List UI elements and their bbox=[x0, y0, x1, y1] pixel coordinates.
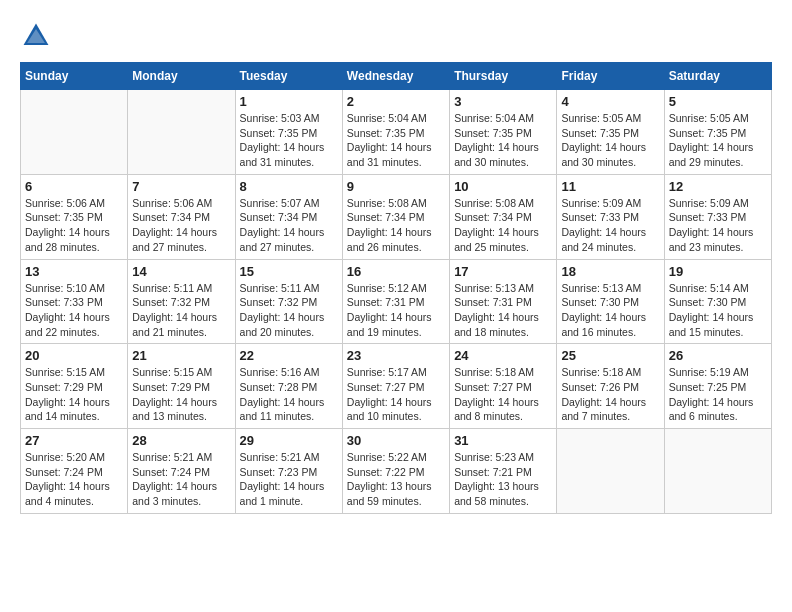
logo-icon bbox=[20, 20, 52, 52]
day-number: 18 bbox=[561, 264, 659, 279]
day-number: 13 bbox=[25, 264, 123, 279]
calendar-cell: 5Sunrise: 5:05 AMSunset: 7:35 PMDaylight… bbox=[664, 90, 771, 175]
calendar-week-row: 6Sunrise: 5:06 AMSunset: 7:35 PMDaylight… bbox=[21, 174, 772, 259]
calendar-cell: 7Sunrise: 5:06 AMSunset: 7:34 PMDaylight… bbox=[128, 174, 235, 259]
day-info: Sunrise: 5:12 AMSunset: 7:31 PMDaylight:… bbox=[347, 281, 445, 340]
day-header-friday: Friday bbox=[557, 63, 664, 90]
day-number: 1 bbox=[240, 94, 338, 109]
calendar-cell: 10Sunrise: 5:08 AMSunset: 7:34 PMDayligh… bbox=[450, 174, 557, 259]
day-number: 26 bbox=[669, 348, 767, 363]
day-number: 28 bbox=[132, 433, 230, 448]
day-info: Sunrise: 5:11 AMSunset: 7:32 PMDaylight:… bbox=[240, 281, 338, 340]
day-number: 23 bbox=[347, 348, 445, 363]
day-number: 5 bbox=[669, 94, 767, 109]
calendar-cell: 17Sunrise: 5:13 AMSunset: 7:31 PMDayligh… bbox=[450, 259, 557, 344]
day-number: 7 bbox=[132, 179, 230, 194]
day-header-wednesday: Wednesday bbox=[342, 63, 449, 90]
day-info: Sunrise: 5:13 AMSunset: 7:31 PMDaylight:… bbox=[454, 281, 552, 340]
day-info: Sunrise: 5:09 AMSunset: 7:33 PMDaylight:… bbox=[561, 196, 659, 255]
day-info: Sunrise: 5:08 AMSunset: 7:34 PMDaylight:… bbox=[454, 196, 552, 255]
day-number: 6 bbox=[25, 179, 123, 194]
day-info: Sunrise: 5:22 AMSunset: 7:22 PMDaylight:… bbox=[347, 450, 445, 509]
logo bbox=[20, 20, 56, 52]
day-number: 4 bbox=[561, 94, 659, 109]
calendar-cell: 31Sunrise: 5:23 AMSunset: 7:21 PMDayligh… bbox=[450, 429, 557, 514]
day-number: 29 bbox=[240, 433, 338, 448]
day-info: Sunrise: 5:06 AMSunset: 7:35 PMDaylight:… bbox=[25, 196, 123, 255]
day-info: Sunrise: 5:05 AMSunset: 7:35 PMDaylight:… bbox=[669, 111, 767, 170]
day-number: 3 bbox=[454, 94, 552, 109]
day-number: 16 bbox=[347, 264, 445, 279]
day-info: Sunrise: 5:13 AMSunset: 7:30 PMDaylight:… bbox=[561, 281, 659, 340]
calendar-cell: 4Sunrise: 5:05 AMSunset: 7:35 PMDaylight… bbox=[557, 90, 664, 175]
calendar-cell: 26Sunrise: 5:19 AMSunset: 7:25 PMDayligh… bbox=[664, 344, 771, 429]
day-info: Sunrise: 5:08 AMSunset: 7:34 PMDaylight:… bbox=[347, 196, 445, 255]
calendar-cell: 27Sunrise: 5:20 AMSunset: 7:24 PMDayligh… bbox=[21, 429, 128, 514]
day-number: 22 bbox=[240, 348, 338, 363]
calendar-week-row: 27Sunrise: 5:20 AMSunset: 7:24 PMDayligh… bbox=[21, 429, 772, 514]
calendar-header-row: SundayMondayTuesdayWednesdayThursdayFrid… bbox=[21, 63, 772, 90]
day-header-saturday: Saturday bbox=[664, 63, 771, 90]
day-info: Sunrise: 5:09 AMSunset: 7:33 PMDaylight:… bbox=[669, 196, 767, 255]
day-info: Sunrise: 5:14 AMSunset: 7:30 PMDaylight:… bbox=[669, 281, 767, 340]
calendar-cell: 25Sunrise: 5:18 AMSunset: 7:26 PMDayligh… bbox=[557, 344, 664, 429]
day-info: Sunrise: 5:21 AMSunset: 7:23 PMDaylight:… bbox=[240, 450, 338, 509]
day-info: Sunrise: 5:17 AMSunset: 7:27 PMDaylight:… bbox=[347, 365, 445, 424]
calendar-cell: 9Sunrise: 5:08 AMSunset: 7:34 PMDaylight… bbox=[342, 174, 449, 259]
calendar-cell: 24Sunrise: 5:18 AMSunset: 7:27 PMDayligh… bbox=[450, 344, 557, 429]
calendar-cell: 16Sunrise: 5:12 AMSunset: 7:31 PMDayligh… bbox=[342, 259, 449, 344]
calendar-cell: 1Sunrise: 5:03 AMSunset: 7:35 PMDaylight… bbox=[235, 90, 342, 175]
day-info: Sunrise: 5:03 AMSunset: 7:35 PMDaylight:… bbox=[240, 111, 338, 170]
calendar-cell: 2Sunrise: 5:04 AMSunset: 7:35 PMDaylight… bbox=[342, 90, 449, 175]
day-number: 8 bbox=[240, 179, 338, 194]
page-header bbox=[20, 20, 772, 52]
day-number: 15 bbox=[240, 264, 338, 279]
calendar-cell: 6Sunrise: 5:06 AMSunset: 7:35 PMDaylight… bbox=[21, 174, 128, 259]
day-info: Sunrise: 5:07 AMSunset: 7:34 PMDaylight:… bbox=[240, 196, 338, 255]
day-info: Sunrise: 5:21 AMSunset: 7:24 PMDaylight:… bbox=[132, 450, 230, 509]
calendar-cell: 29Sunrise: 5:21 AMSunset: 7:23 PMDayligh… bbox=[235, 429, 342, 514]
calendar-cell bbox=[664, 429, 771, 514]
day-info: Sunrise: 5:04 AMSunset: 7:35 PMDaylight:… bbox=[347, 111, 445, 170]
day-number: 30 bbox=[347, 433, 445, 448]
day-info: Sunrise: 5:16 AMSunset: 7:28 PMDaylight:… bbox=[240, 365, 338, 424]
day-header-monday: Monday bbox=[128, 63, 235, 90]
calendar-table: SundayMondayTuesdayWednesdayThursdayFrid… bbox=[20, 62, 772, 514]
calendar-cell: 19Sunrise: 5:14 AMSunset: 7:30 PMDayligh… bbox=[664, 259, 771, 344]
day-info: Sunrise: 5:04 AMSunset: 7:35 PMDaylight:… bbox=[454, 111, 552, 170]
calendar-cell bbox=[21, 90, 128, 175]
calendar-cell: 3Sunrise: 5:04 AMSunset: 7:35 PMDaylight… bbox=[450, 90, 557, 175]
day-info: Sunrise: 5:20 AMSunset: 7:24 PMDaylight:… bbox=[25, 450, 123, 509]
calendar-cell: 18Sunrise: 5:13 AMSunset: 7:30 PMDayligh… bbox=[557, 259, 664, 344]
day-info: Sunrise: 5:18 AMSunset: 7:27 PMDaylight:… bbox=[454, 365, 552, 424]
calendar-cell: 13Sunrise: 5:10 AMSunset: 7:33 PMDayligh… bbox=[21, 259, 128, 344]
calendar-week-row: 1Sunrise: 5:03 AMSunset: 7:35 PMDaylight… bbox=[21, 90, 772, 175]
calendar-cell: 23Sunrise: 5:17 AMSunset: 7:27 PMDayligh… bbox=[342, 344, 449, 429]
day-number: 12 bbox=[669, 179, 767, 194]
day-header-thursday: Thursday bbox=[450, 63, 557, 90]
day-info: Sunrise: 5:05 AMSunset: 7:35 PMDaylight:… bbox=[561, 111, 659, 170]
calendar-cell bbox=[128, 90, 235, 175]
day-number: 2 bbox=[347, 94, 445, 109]
calendar-cell: 15Sunrise: 5:11 AMSunset: 7:32 PMDayligh… bbox=[235, 259, 342, 344]
calendar-cell: 21Sunrise: 5:15 AMSunset: 7:29 PMDayligh… bbox=[128, 344, 235, 429]
calendar-cell: 28Sunrise: 5:21 AMSunset: 7:24 PMDayligh… bbox=[128, 429, 235, 514]
calendar-cell: 20Sunrise: 5:15 AMSunset: 7:29 PMDayligh… bbox=[21, 344, 128, 429]
calendar-cell: 22Sunrise: 5:16 AMSunset: 7:28 PMDayligh… bbox=[235, 344, 342, 429]
day-info: Sunrise: 5:06 AMSunset: 7:34 PMDaylight:… bbox=[132, 196, 230, 255]
calendar-cell: 14Sunrise: 5:11 AMSunset: 7:32 PMDayligh… bbox=[128, 259, 235, 344]
day-number: 17 bbox=[454, 264, 552, 279]
day-number: 10 bbox=[454, 179, 552, 194]
day-info: Sunrise: 5:11 AMSunset: 7:32 PMDaylight:… bbox=[132, 281, 230, 340]
day-number: 14 bbox=[132, 264, 230, 279]
day-info: Sunrise: 5:15 AMSunset: 7:29 PMDaylight:… bbox=[25, 365, 123, 424]
calendar-cell: 30Sunrise: 5:22 AMSunset: 7:22 PMDayligh… bbox=[342, 429, 449, 514]
day-number: 19 bbox=[669, 264, 767, 279]
day-info: Sunrise: 5:19 AMSunset: 7:25 PMDaylight:… bbox=[669, 365, 767, 424]
day-number: 27 bbox=[25, 433, 123, 448]
calendar-cell: 12Sunrise: 5:09 AMSunset: 7:33 PMDayligh… bbox=[664, 174, 771, 259]
day-info: Sunrise: 5:18 AMSunset: 7:26 PMDaylight:… bbox=[561, 365, 659, 424]
day-number: 24 bbox=[454, 348, 552, 363]
calendar-cell: 11Sunrise: 5:09 AMSunset: 7:33 PMDayligh… bbox=[557, 174, 664, 259]
day-number: 9 bbox=[347, 179, 445, 194]
